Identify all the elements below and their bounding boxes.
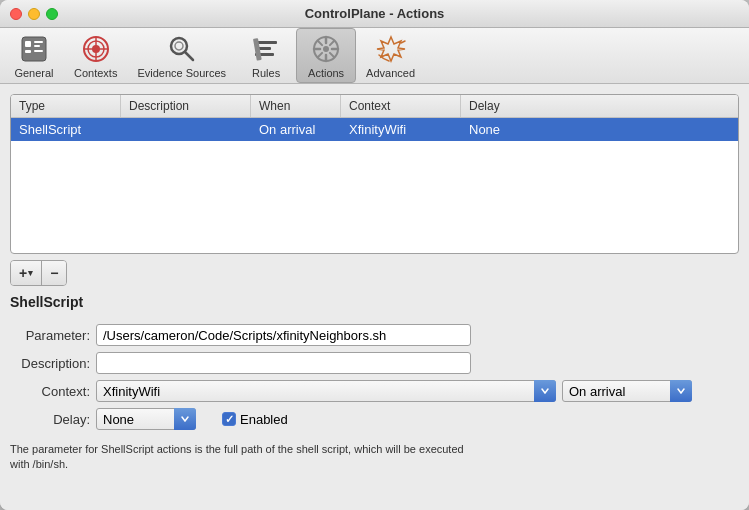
- svg-rect-0: [22, 37, 46, 61]
- cell-type: ShellScript: [11, 118, 121, 141]
- svg-line-27: [318, 52, 322, 56]
- general-icon: [18, 33, 50, 65]
- col-type: Type: [11, 95, 121, 117]
- context-label: Context:: [10, 384, 90, 399]
- contexts-label: Contexts: [74, 67, 117, 79]
- evidence-sources-icon: [166, 33, 198, 65]
- plus-icon: +: [19, 265, 27, 281]
- svg-rect-4: [34, 45, 40, 47]
- col-context: Context: [341, 95, 461, 117]
- table-row[interactable]: ShellScript On arrival XfinityWifi None: [11, 118, 738, 141]
- window-controls: [10, 8, 58, 20]
- col-delay: Delay: [461, 95, 541, 117]
- maximize-button[interactable]: [46, 8, 58, 20]
- hint-text: The parameter for ShellScript actions is…: [10, 442, 480, 473]
- enabled-checkbox[interactable]: [222, 412, 236, 426]
- remove-action-button[interactable]: −: [42, 261, 66, 285]
- context-select-wrapper: XfinityWifi: [96, 380, 556, 402]
- svg-rect-5: [34, 50, 43, 52]
- description-row: Description:: [10, 352, 739, 374]
- advanced-icon: [375, 33, 407, 65]
- main-window: ControlPlane - Actions General: [0, 0, 749, 510]
- toolbar-item-actions[interactable]: Actions: [296, 28, 356, 83]
- cell-context: XfinityWifi: [341, 118, 461, 141]
- toolbar-item-advanced[interactable]: Advanced: [356, 28, 425, 83]
- svg-point-13: [175, 42, 183, 50]
- contexts-icon: [80, 33, 112, 65]
- cell-when: On arrival: [251, 118, 341, 141]
- svg-rect-2: [25, 50, 31, 53]
- close-button[interactable]: [10, 8, 22, 20]
- delay-select-wrapper: None 1 min 5 min 10 min: [96, 408, 196, 430]
- rules-icon: [250, 33, 282, 65]
- toolbar: General Contexts: [0, 28, 749, 84]
- add-action-button[interactable]: + ▾: [11, 261, 42, 285]
- table-body: ShellScript On arrival XfinityWifi None: [11, 118, 738, 253]
- svg-line-24: [318, 40, 322, 44]
- parameter-input[interactable]: [96, 324, 471, 346]
- cell-description: [121, 118, 251, 141]
- svg-line-26: [330, 40, 334, 44]
- toolbar-item-general[interactable]: General: [4, 28, 64, 83]
- actions-label: Actions: [308, 67, 344, 79]
- window-title: ControlPlane - Actions: [305, 6, 445, 21]
- col-when: When: [251, 95, 341, 117]
- toolbar-item-rules[interactable]: Rules: [236, 28, 296, 83]
- general-label: General: [14, 67, 53, 79]
- action-detail: ShellScript Parameter: Description: Cont…: [10, 294, 739, 473]
- svg-line-12: [185, 52, 193, 60]
- actions-icon: [310, 33, 342, 65]
- table-controls: + ▾ −: [10, 260, 739, 286]
- titlebar: ControlPlane - Actions: [0, 0, 749, 28]
- minus-icon: −: [50, 265, 58, 281]
- description-label: Description:: [10, 356, 90, 371]
- toolbar-item-contexts[interactable]: Contexts: [64, 28, 127, 83]
- enabled-label: Enabled: [240, 412, 288, 427]
- rules-label: Rules: [252, 67, 280, 79]
- add-remove-group: + ▾ −: [10, 260, 67, 286]
- enabled-wrapper[interactable]: Enabled: [222, 412, 288, 427]
- minimize-button[interactable]: [28, 8, 40, 20]
- delay-label: Delay:: [10, 412, 90, 427]
- delay-row: Delay: None 1 min 5 min 10 min Enabled: [10, 408, 739, 430]
- main-content: Type Description When Context Delay Shel…: [0, 84, 749, 510]
- section-title: ShellScript: [10, 294, 739, 310]
- parameter-row: Parameter:: [10, 324, 739, 346]
- context-row: Context: XfinityWifi On arrival On depar…: [10, 380, 739, 402]
- parameter-label: Parameter:: [10, 328, 90, 343]
- delay-select[interactable]: None 1 min 5 min 10 min: [96, 408, 196, 430]
- svg-rect-3: [34, 41, 43, 43]
- dropdown-arrow: ▾: [28, 268, 33, 278]
- col-description: Description: [121, 95, 251, 117]
- toolbar-item-evidence-sources[interactable]: Evidence Sources: [127, 28, 236, 83]
- advanced-label: Advanced: [366, 67, 415, 79]
- description-input[interactable]: [96, 352, 471, 374]
- svg-point-19: [323, 46, 329, 52]
- cell-delay: None: [461, 118, 541, 141]
- table-header: Type Description When Context Delay: [11, 95, 738, 118]
- svg-line-25: [330, 52, 334, 56]
- svg-rect-1: [25, 41, 31, 47]
- arrival-select-wrapper: On arrival On departure: [562, 380, 692, 402]
- evidence-sources-label: Evidence Sources: [137, 67, 226, 79]
- context-select[interactable]: XfinityWifi: [96, 380, 556, 402]
- actions-table-container: Type Description When Context Delay Shel…: [10, 94, 739, 254]
- arrival-select[interactable]: On arrival On departure: [562, 380, 692, 402]
